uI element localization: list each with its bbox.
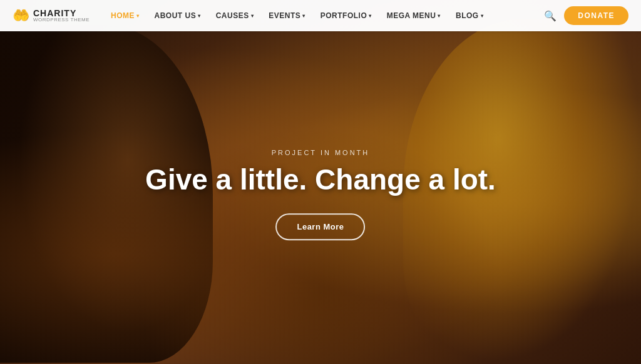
nav-arrow-home: ▾ [136, 13, 140, 19]
nav-label-events: EVENTS [269, 11, 300, 20]
nav-right: 🔍 DONATE [544, 6, 628, 25]
nav-label-mega-menu: MEGA MENU [387, 11, 436, 20]
nav-arrow-blog: ▾ [481, 13, 484, 19]
nav-label-portfolio: PORTFOLIO [320, 11, 367, 20]
hero-section: 🤲 CHARITY WordPress Theme HOME ▾ ABOUT U… [0, 0, 641, 364]
hero-label: PROJECT IN MONTH [145, 149, 496, 156]
logo-text: CHARITY WordPress Theme [33, 9, 90, 23]
nav-item-causes[interactable]: CAUSES ▾ [210, 8, 260, 24]
nav-arrow-portfolio: ▾ [369, 13, 372, 19]
nav-item-mega-menu[interactable]: MEGA MENU ▾ [381, 8, 447, 24]
nav-arrow-mega-menu: ▾ [438, 13, 441, 19]
nav-arrow-causes: ▾ [251, 13, 254, 19]
nav-arrow-events: ▾ [302, 13, 305, 19]
nav-items: HOME ▾ ABOUT US ▾ CAUSES ▾ EVENTS ▾ PORT… [105, 8, 544, 24]
logo-name: CHARITY [33, 9, 90, 18]
learn-more-button[interactable]: Learn More [275, 213, 365, 240]
donate-button[interactable]: DONATE [564, 6, 628, 25]
logo-sub: WordPress Theme [33, 18, 90, 23]
hero-title: Give a little. Change a lot. [145, 164, 496, 196]
nav-arrow-about: ▾ [198, 13, 201, 19]
nav-item-events[interactable]: EVENTS ▾ [262, 8, 312, 24]
search-icon[interactable]: 🔍 [544, 10, 556, 22]
navbar: 🤲 CHARITY WordPress Theme HOME ▾ ABOUT U… [0, 0, 641, 31]
nav-label-home: HOME [111, 11, 135, 20]
site-logo[interactable]: 🤲 CHARITY WordPress Theme [13, 9, 90, 23]
nav-label-causes: CAUSES [216, 11, 249, 20]
nav-item-home[interactable]: HOME ▾ [105, 8, 146, 24]
nav-item-about[interactable]: ABOUT US ▾ [148, 8, 207, 24]
nav-label-about: ABOUT US [155, 11, 197, 20]
nav-label-blog: BLOG [456, 11, 479, 20]
nav-item-portfolio[interactable]: PORTFOLIO ▾ [314, 8, 378, 24]
logo-icon: 🤲 [13, 9, 29, 23]
hero-content: PROJECT IN MONTH Give a little. Change a… [145, 149, 496, 240]
nav-item-blog[interactable]: BLOG ▾ [449, 8, 490, 24]
